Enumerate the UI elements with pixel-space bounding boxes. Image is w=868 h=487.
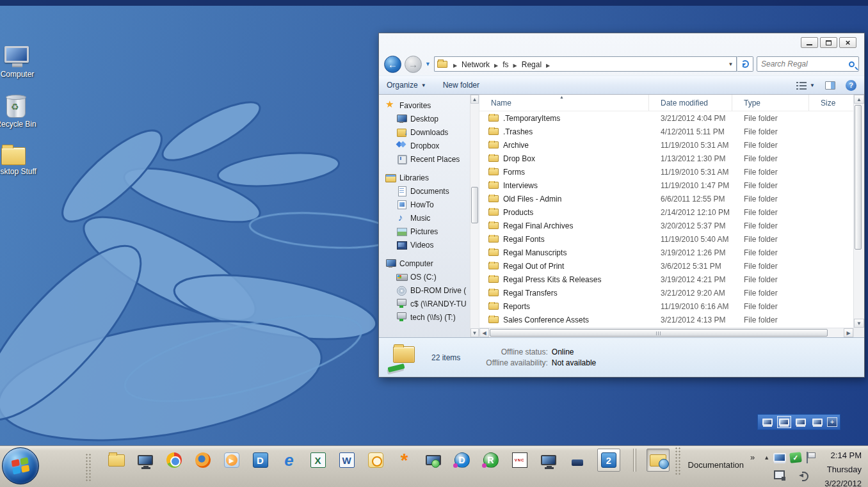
navigation-pane-scrollbar[interactable]: ▲ ▼ xyxy=(470,95,479,337)
column-header-size[interactable]: Size xyxy=(809,95,853,111)
taskbar-media-player-button[interactable]: ▶ xyxy=(223,452,240,469)
search-box[interactable] xyxy=(757,56,859,72)
sidebar-item-desktop[interactable]: Desktop xyxy=(385,112,470,125)
file-row[interactable]: Regal Transfers3/21/2012 9:20 AMFile fol… xyxy=(479,286,853,299)
virtual-desktop-4[interactable] xyxy=(810,416,824,428)
sidebar-item-pictures[interactable]: Pictures xyxy=(385,225,470,238)
scrollbar-thumb[interactable] xyxy=(471,187,478,223)
taskbar-notes-window-button[interactable]: 2 xyxy=(597,449,620,472)
scrollbar-thumb[interactable] xyxy=(855,105,862,250)
back-button[interactable]: ← xyxy=(384,56,401,73)
start-button[interactable] xyxy=(2,447,39,484)
taskbar-internet-explorer-button[interactable]: e xyxy=(280,452,298,469)
taskbar-blue-d-app-button[interactable]: D xyxy=(252,452,269,469)
sidebar-group-favorites[interactable]: Favorites xyxy=(385,99,470,112)
taskbar-minimized-app-button[interactable] xyxy=(568,452,586,469)
column-header-type[interactable]: Type xyxy=(732,95,809,111)
taskbar-explorer-window-button[interactable] xyxy=(647,449,670,472)
taskbar-d-badge-app-button[interactable]: D xyxy=(453,452,470,469)
scroll-up-arrow[interactable]: ▲ xyxy=(470,95,479,104)
breadcrumb-item[interactable]: Network xyxy=(462,60,490,69)
taskbar-display-app-button[interactable] xyxy=(136,452,154,469)
file-row[interactable]: Interviews11/19/2010 1:47 PMFile folder xyxy=(479,179,853,192)
search-input[interactable] xyxy=(761,60,849,68)
column-header-name[interactable]: Name xyxy=(479,95,649,111)
sidebar-item-documents[interactable]: Documents xyxy=(385,184,470,198)
file-row[interactable]: Regal Press Kits & Releases3/19/2012 4:2… xyxy=(479,273,853,286)
sidebar-item-videos[interactable]: Videos xyxy=(385,238,470,251)
scroll-up-arrow[interactable]: ▲ xyxy=(854,95,864,104)
clock[interactable]: 2:14 PM Thursday 3/22/2012 xyxy=(824,449,862,487)
file-row[interactable]: Forms11/19/2010 5:31 AMFile folder xyxy=(479,165,853,179)
file-row[interactable]: Reports11/19/2010 6:16 AMFile folder xyxy=(479,299,853,313)
sidebar-item-music[interactable]: Music xyxy=(385,211,470,225)
show-hidden-icons-button[interactable]: ▲ xyxy=(764,454,769,461)
taskbar-excel-button[interactable]: X xyxy=(309,452,326,469)
scroll-down-arrow[interactable]: ▼ xyxy=(854,319,864,328)
sidebar-item-tech-fs-t-[interactable]: tech (\\fs) (T:) xyxy=(385,310,470,324)
file-row[interactable]: Old Files - Admin6/6/2011 12:55 PMFile f… xyxy=(479,192,853,205)
scroll-right-arrow[interactable]: ▶ xyxy=(844,328,853,337)
forward-button[interactable]: → xyxy=(405,56,422,73)
taskbar-grip[interactable] xyxy=(674,446,682,475)
file-row[interactable]: Regal Fonts11/19/2010 5:40 AMFile folder xyxy=(479,232,853,246)
sidebar-item-recent-places[interactable]: Recent Places xyxy=(385,152,470,166)
preview-pane-button[interactable] xyxy=(825,81,835,90)
address-dropdown-button[interactable]: ▼ xyxy=(725,56,737,72)
taskbar-chrome-button[interactable] xyxy=(165,452,182,469)
network-tray-icon[interactable] xyxy=(774,470,785,481)
documentation-toolbar[interactable]: Documentation » xyxy=(684,449,764,470)
file-row[interactable]: .Trashes4/12/2011 5:11 PMFile folder xyxy=(479,125,853,138)
taskbar-flower-app-button[interactable]: * xyxy=(396,452,413,469)
scroll-left-arrow[interactable]: ◀ xyxy=(479,328,489,337)
sync-tray-icon[interactable]: ✓ xyxy=(789,452,802,463)
column-header-date-modified[interactable]: Date modified xyxy=(649,95,732,111)
virtual-desktop-3[interactable] xyxy=(794,416,808,428)
taskbar-computer-app-button[interactable] xyxy=(540,452,557,469)
file-row[interactable]: .TemporaryItems3/21/2012 4:04 PMFile fol… xyxy=(479,111,853,125)
file-row[interactable]: Sales Conference Assets3/21/2012 4:13 PM… xyxy=(479,313,853,326)
file-row[interactable]: Products2/14/2012 12:10 PMFile folder xyxy=(479,205,853,219)
refresh-button[interactable] xyxy=(737,56,753,72)
taskbar-outlook-button[interactable] xyxy=(367,452,384,469)
taskbar-remote-desktop-button[interactable] xyxy=(424,452,442,469)
vertical-scrollbar[interactable]: ▲ ▼ xyxy=(854,95,864,328)
desktop-icon-desktop-stuff[interactable]: Desktop Stuff xyxy=(0,147,40,176)
new-folder-button[interactable]: New folder xyxy=(443,81,479,90)
desktop-pager[interactable]: + xyxy=(757,414,840,430)
taskbar-windows-explorer-button[interactable] xyxy=(108,452,125,469)
file-row[interactable]: Regal Final Archives3/20/2012 5:37 PMFil… xyxy=(479,219,853,232)
sidebar-item-bd-rom-drive-[interactable]: BD-ROM Drive ( xyxy=(385,283,470,297)
horizontal-scrollbar[interactable]: ◀ ▶ xyxy=(479,328,853,337)
file-row[interactable]: Regal Manuscripts3/19/2012 1:26 PMFile f… xyxy=(479,246,853,259)
scroll-down-arrow[interactable]: ▼ xyxy=(470,328,479,337)
sidebar-item-c-randy-tu[interactable]: c$ (\\RANDY-TU xyxy=(385,297,470,310)
sidebar-group-libraries[interactable]: Libraries xyxy=(385,171,470,184)
sidebar-item-downloads[interactable]: Downloads xyxy=(385,125,470,139)
close-button[interactable]: × xyxy=(839,37,856,48)
help-button[interactable]: ? xyxy=(846,80,856,91)
virtual-desktop-1[interactable] xyxy=(760,416,775,428)
title-bar[interactable]: × xyxy=(379,33,864,52)
file-row[interactable]: Drop Box1/13/2012 1:30 PMFile folder xyxy=(479,152,853,165)
taskbar-word-button[interactable]: W xyxy=(338,452,355,469)
taskbar-firefox-button[interactable] xyxy=(194,452,211,469)
sidebar-item-howto[interactable]: HowTo xyxy=(385,198,470,211)
volume-tray-icon[interactable] xyxy=(796,470,808,481)
taskbar-vnc-button[interactable]: VNC xyxy=(511,452,528,469)
file-row[interactable]: Regal Out of Print3/6/2012 5:31 PMFile f… xyxy=(479,259,853,273)
add-desktop-button[interactable]: + xyxy=(827,417,837,427)
maximize-button[interactable] xyxy=(820,37,837,48)
sidebar-item-os-c-[interactable]: OS (C:) xyxy=(385,270,470,283)
change-view-button[interactable]: ▼ xyxy=(796,81,815,90)
scrollbar-thumb[interactable] xyxy=(490,329,828,337)
sidebar-group-computer[interactable]: Computer xyxy=(385,257,470,270)
breadcrumb-item[interactable]: fs xyxy=(502,60,508,69)
virtual-desktop-2[interactable] xyxy=(777,416,791,428)
desktop-icon-computer[interactable]: Computer xyxy=(0,46,44,79)
toolbar-chevron-icon[interactable]: » xyxy=(750,452,755,462)
desktop-icon-recycle-bin[interactable]: Recycle Bin xyxy=(0,96,43,129)
address-bar[interactable]: ▶Network▶fs▶Regal▶ xyxy=(434,56,725,72)
minimize-button[interactable] xyxy=(801,37,818,48)
display-tray-icon[interactable] xyxy=(773,453,786,462)
